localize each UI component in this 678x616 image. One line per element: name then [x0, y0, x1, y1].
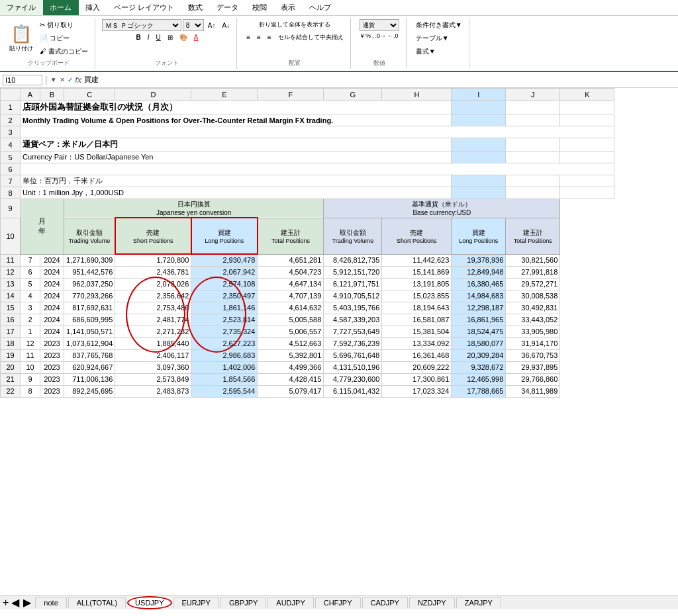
cell-i5[interactable] — [452, 152, 506, 163]
align-center-button[interactable]: ≡ — [254, 32, 264, 42]
cell-total-11[interactable]: 4,651,281 — [258, 254, 324, 266]
cell-total-21[interactable]: 4,428,415 — [258, 373, 324, 385]
cell-trading-vol-12[interactable]: 951,442,576 — [64, 266, 115, 278]
sheet-tab-gbpjpy[interactable]: GBPJPY — [220, 597, 266, 608]
add-sheet-button[interactable]: + — [3, 597, 9, 609]
cell-j7[interactable] — [506, 175, 560, 187]
table-row[interactable]: 17 1 2024 1,141,050,571 2,271,232 2,735,… — [1, 326, 614, 337]
fill-color-button[interactable]: 🎨 — [177, 32, 190, 42]
tab-file[interactable]: ファイル — [0, 0, 43, 15]
cell-year-12[interactable]: 2024 — [40, 266, 64, 278]
cell-usd-total-17[interactable]: 33,905,980 — [506, 326, 560, 337]
tab-data[interactable]: データ — [210, 0, 246, 15]
cell-short-16[interactable]: 2,481,774 — [115, 314, 191, 326]
cell-usd-trading-vol-17[interactable]: 7,727,553,649 — [324, 326, 382, 337]
cell-short-13[interactable]: 2,073,026 — [115, 278, 191, 290]
cell-year-14[interactable]: 2024 — [40, 290, 64, 302]
cell-long-22[interactable]: 2,595,544 — [191, 385, 258, 397]
row-13-header[interactable]: 13 — [1, 278, 21, 290]
cell-a3[interactable] — [21, 126, 614, 138]
font-name-selector[interactable]: ＭＳ Ｐゴシック — [102, 19, 181, 31]
row-20-header[interactable]: 20 — [1, 361, 21, 373]
sheet-tab-cadjpy[interactable]: CADJPY — [362, 597, 408, 608]
cell-trading-vol-16[interactable]: 686,609,995 — [64, 314, 115, 326]
sheet-tab-nzdjpy[interactable]: NZDJPY — [409, 597, 455, 608]
cell-usd-trading-vol-20[interactable]: 4,131,510,196 — [324, 361, 382, 373]
cell-total-16[interactable]: 5,005,588 — [258, 314, 324, 326]
cell-month-21[interactable]: 9 — [21, 373, 40, 385]
wrap-text-button[interactable]: 折り返して全体を表示する — [256, 19, 333, 30]
cell-usd-long-19[interactable]: 20,309,284 — [452, 349, 506, 361]
increase-font-button[interactable]: A↑ — [205, 21, 218, 30]
col-header-i[interactable]: I — [452, 89, 506, 101]
row-2-header[interactable]: 2 — [1, 114, 21, 126]
cell-trading-vol-22[interactable]: 892,245,695 — [64, 385, 115, 397]
cell-long-15[interactable]: 1,861,146 — [191, 302, 258, 314]
cell-usd-short-22[interactable]: 17,023,324 — [382, 385, 452, 397]
row-19-header[interactable]: 19 — [1, 349, 21, 361]
format-painter-button[interactable]: 🖌 書式のコピー — [37, 46, 91, 58]
cell-month-15[interactable]: 3 — [21, 302, 40, 314]
cell-month-16[interactable]: 2 — [21, 314, 40, 326]
cell-usd-long-22[interactable]: 17,788,665 — [452, 385, 506, 397]
col-header-f[interactable]: F — [258, 89, 324, 101]
cell-usd-short-16[interactable]: 16,581,087 — [382, 314, 452, 326]
cell-short-21[interactable]: 2,573,849 — [115, 373, 191, 385]
cell-long-19[interactable]: 2,986,683 — [191, 349, 258, 361]
row-1-header[interactable]: 1 — [1, 101, 21, 114]
tab-review[interactable]: 校閲 — [246, 0, 274, 15]
cancel-formula-icon[interactable]: ✕ — [60, 76, 65, 83]
cell-a1[interactable]: 店頭外国為替証拠金取引の状況（月次） — [21, 101, 452, 114]
table-format-button[interactable]: テーブル▼ — [413, 32, 465, 44]
cell-trading-vol-20[interactable]: 620,924,667 — [64, 361, 115, 373]
table-row[interactable]: 15 3 2024 817,692,631 2,753,486 1,861,14… — [1, 302, 614, 314]
cell-long-20[interactable]: 1,402,006 — [191, 361, 258, 373]
cell-j4[interactable] — [506, 138, 560, 152]
cell-year-11[interactable]: 2024 — [40, 254, 64, 266]
cell-usd-short-20[interactable]: 20,609,222 — [382, 361, 452, 373]
cell-short-12[interactable]: 2,436,781 — [115, 266, 191, 278]
cell-j5[interactable] — [506, 152, 560, 163]
cell-usd-short-18[interactable]: 13,334,092 — [382, 337, 452, 349]
cell-total-20[interactable]: 4,499,366 — [258, 361, 324, 373]
cell-month-18[interactable]: 12 — [21, 337, 40, 349]
cell-usd-total-19[interactable]: 36,670,753 — [506, 349, 560, 361]
cell-month-13[interactable]: 5 — [21, 278, 40, 290]
percent-button[interactable]: % — [365, 32, 371, 39]
cell-usd-short-13[interactable]: 13,191,805 — [382, 278, 452, 290]
cell-month-17[interactable]: 1 — [21, 326, 40, 337]
cell-short-15[interactable]: 2,753,486 — [115, 302, 191, 314]
cell-usd-long-13[interactable]: 16,380,465 — [452, 278, 506, 290]
cell-usd-long-21[interactable]: 12,465,998 — [452, 373, 506, 385]
merge-center-button[interactable]: セルを結合して中央揃え — [275, 32, 346, 43]
cell-k4[interactable] — [560, 138, 614, 152]
cell-month-22[interactable]: 8 — [21, 385, 40, 397]
table-row[interactable]: 16 2 2024 686,609,995 2,481,774 2,523,81… — [1, 314, 614, 326]
table-row[interactable]: 13 5 2024 962,037,250 2,073,026 2,574,10… — [1, 278, 614, 290]
cell-month-20[interactable]: 10 — [21, 361, 40, 373]
cell-usd-trading-vol-15[interactable]: 5,403,195,766 — [324, 302, 382, 314]
cell-total-22[interactable]: 5,079,417 — [258, 385, 324, 397]
cell-short-11[interactable]: 1,720,800 — [115, 254, 191, 266]
cell-i2[interactable] — [452, 114, 506, 126]
cell-year-15[interactable]: 2024 — [40, 302, 64, 314]
cell-year-17[interactable]: 2024 — [40, 326, 64, 337]
decimal-decrease[interactable]: ←.0 — [387, 32, 399, 39]
cell-short-18[interactable]: 1,885,440 — [115, 337, 191, 349]
border-button[interactable]: ⊞ — [165, 32, 175, 42]
row-18-header[interactable]: 18 — [1, 337, 21, 349]
cell-short-19[interactable]: 2,406,117 — [115, 349, 191, 361]
cell-trading-vol-14[interactable]: 770,293,266 — [64, 290, 115, 302]
table-row[interactable]: 14 4 2024 770,293,266 2,356,642 2,350,49… — [1, 290, 614, 302]
cell-year-18[interactable]: 2023 — [40, 337, 64, 349]
cell-usd-trading-vol-13[interactable]: 6,121,971,751 — [324, 278, 382, 290]
cell-usd-total-14[interactable]: 30,008,538 — [506, 290, 560, 302]
cell-usd-trading-vol-12[interactable]: 5,912,151,720 — [324, 266, 382, 278]
row-21-header[interactable]: 21 — [1, 373, 21, 385]
formula-input[interactable]: 買建 — [84, 76, 675, 84]
cell-usd-total-21[interactable]: 29,766,860 — [506, 373, 560, 385]
align-left-button[interactable]: ≡ — [244, 32, 253, 42]
row-14-header[interactable]: 14 — [1, 290, 21, 302]
bold-button[interactable]: B — [133, 32, 143, 42]
cell-usd-short-21[interactable]: 17,300,861 — [382, 373, 452, 385]
